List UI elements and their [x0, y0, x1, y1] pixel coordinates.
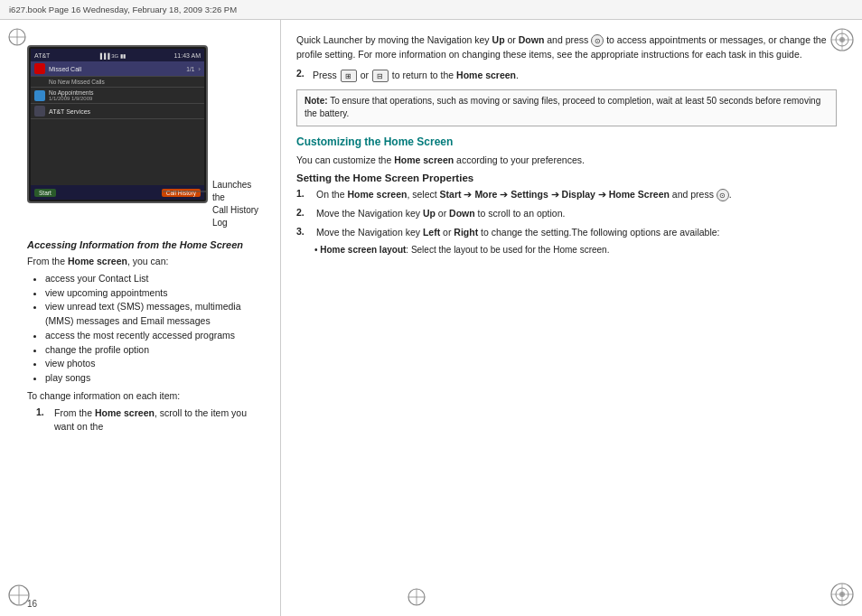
center-btn-icon: ⊙	[591, 34, 604, 47]
step1-continuation: Quick Launcher by moving the Navigation …	[296, 33, 837, 62]
phone-icon-att	[34, 106, 45, 117]
callout-text: Launches theCall History Log	[212, 179, 266, 229]
accessing-heading: Accessing Information from the Home Scre…	[27, 239, 266, 250]
phone-carrier: AT&T	[34, 52, 50, 59]
note-label: Note:	[305, 96, 328, 106]
setting-heading: Setting the Home Screen Properties	[296, 173, 837, 183]
home-key: ⊟	[372, 70, 389, 82]
bullet-messages: view unread text (SMS) messages, multime…	[45, 300, 266, 329]
setting-step2: 2. Move the Navigation key Up or Down to…	[296, 207, 837, 221]
step2-num: 2.	[296, 68, 313, 82]
left-column: AT&T ▐▐▐ 3G ▮▮ 11:43 AM Missed Call 1/1 …	[0, 20, 282, 616]
sub-bullet-layout: • Home screen layout: Select the layout …	[314, 244, 837, 257]
bullet-profile: change the profile option	[45, 343, 266, 358]
phone-status-bar: AT&T ▐▐▐ 3G ▮▮ 11:43 AM	[31, 49, 204, 61]
setting-s2-num: 2.	[296, 207, 316, 221]
setting-s1-text: On the Home screen, select Start ➔ More …	[316, 188, 837, 202]
bullet-appt: view upcoming appointments	[45, 286, 266, 301]
phone-signal: ▐▐▐ 3G ▮▮	[98, 52, 126, 59]
phone-start-btn: Start	[34, 189, 56, 197]
phone-row-missed: Missed Call 1/1 ›	[31, 61, 204, 77]
accessing-section: Accessing Information from the Home Scre…	[27, 239, 266, 437]
step1-num: 1.	[36, 406, 54, 438]
right-column: Quick Launcher by moving the Navigation …	[282, 20, 862, 616]
setting-step1: 1. On the Home screen, select Start ➔ Mo…	[296, 188, 837, 202]
home-screen-bullets: access your Contact List view upcoming a…	[38, 272, 266, 386]
step2-container: 2. Press ⊞ or ⊟ to return to the Home sc…	[296, 68, 837, 82]
phone-row-appt: No Appointments 1/1/2009 1/9/2009	[31, 88, 204, 104]
to-change-text: To change information on each item:	[27, 389, 266, 404]
phone-no-missed: No New Missed Calls	[31, 77, 204, 88]
callout-line-svg	[163, 182, 212, 201]
phone-att-label: AT&T Services	[49, 108, 201, 115]
from-home-text: From the Home screen, you can:	[27, 255, 266, 269]
setting-step3: 3. Move the Navigation key Left or Right…	[296, 226, 837, 240]
setting-s3-text: Move the Navigation key Left or Right to…	[316, 226, 837, 240]
note-text: To ensure that operations, such as movin…	[305, 96, 820, 119]
bullet-programs: access the most recently accessed progra…	[45, 329, 266, 343]
page-number: 16	[27, 599, 37, 609]
bullet-songs: play songs	[45, 371, 266, 386]
phone-arrow: ›	[198, 65, 201, 73]
top-bar: i627.book Page 16 Wednesday, February 18…	[0, 0, 862, 20]
bullet-contacts: access your Contact List	[45, 272, 266, 286]
customizing-heading: Customizing the Home Screen	[296, 135, 837, 148]
step2-text: Press ⊞ or ⊟ to return to the Home scree…	[313, 68, 519, 82]
step1-text: From the Home screen, scroll to the item…	[54, 406, 266, 435]
back-key: ⊞	[341, 70, 357, 82]
phone-row-attservices: AT&T Services	[31, 104, 204, 119]
phone-mockup-container: AT&T ▐▐▐ 3G ▮▮ 11:43 AM Missed Call 1/1 …	[27, 45, 266, 203]
phone-missed-label: Missed Call	[49, 66, 186, 72]
customizing-body: You can customize the Home screen accord…	[296, 153, 837, 167]
phone-missed-count: 1/1	[186, 66, 194, 72]
center-btn-s1: ⊙	[717, 189, 729, 201]
setting-s1-num: 1.	[296, 188, 316, 202]
note-box: Note: To ensure that operations, such as…	[296, 89, 837, 126]
setting-s2-text: Move the Navigation key Up or Down to sc…	[316, 207, 837, 221]
phone-icon-appt	[34, 90, 45, 101]
phone-appt-label: No Appointments	[49, 89, 201, 96]
phone-icon-missed	[34, 63, 45, 74]
bullet-photos: view photos	[45, 357, 266, 371]
top-bar-text: i627.book Page 16 Wednesday, February 18…	[9, 5, 237, 14]
setting-s3-num: 3.	[296, 226, 316, 240]
phone-appt-date: 1/1/2009 1/9/2009	[49, 96, 201, 101]
phone-time: 11:43 AM	[173, 52, 201, 59]
callout-container: Launches theCall History Log	[163, 179, 266, 229]
step1-container: 1. From the Home screen, scroll to the i…	[36, 406, 266, 438]
